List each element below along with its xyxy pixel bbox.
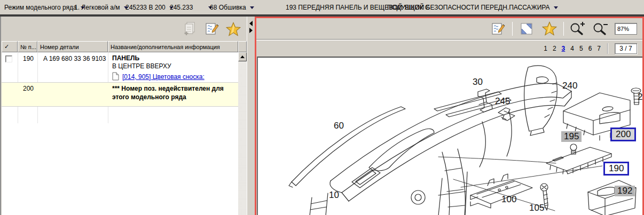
table-row[interactable]: 190 A 169 680 33 36 9103 ПАНЕЛЬ В ЦЕНТРЕ… <box>2 52 238 83</box>
pos-value: 190 <box>18 55 39 62</box>
col-header-pos[interactable]: № п... <box>18 41 37 52</box>
callout-30[interactable]: 30 <box>473 77 483 87</box>
callout-60[interactable]: 60 <box>334 121 344 131</box>
callout-20[interactable]: 20 <box>638 92 642 102</box>
zoom-out-icon[interactable] <box>592 21 610 37</box>
callout-190[interactable]: 190 <box>603 162 629 176</box>
page-number-5[interactable]: 5 <box>579 45 583 52</box>
parts-diagram-canvas[interactable]: 60 10 30 245 240 195 200 20 190 192 100 … <box>257 57 642 215</box>
menu-group[interactable]: 68 Обшивка <box>210 0 254 14</box>
callout-10[interactable]: 10 <box>329 190 339 201</box>
page-number-7[interactable]: 7 <box>597 45 601 52</box>
window-edge <box>0 17 1 215</box>
callout-240[interactable]: 240 <box>562 81 577 91</box>
parts-toolbar <box>1 17 247 41</box>
copy-parts-icon[interactable] <box>180 20 198 37</box>
menu-subgroup-part2[interactable]: ПОДУШКОЙ БЕЗОПАСНОСТИ ПЕРЕДН.ПАССАЖИРА <box>387 0 558 14</box>
document-icon <box>112 72 119 83</box>
page-number-6[interactable]: 6 <box>588 45 592 52</box>
favorites-star-icon[interactable] <box>225 21 242 38</box>
parts-table-body: 190 A 169 680 33 36 9103 ПАНЕЛЬ В ЦЕНТРЕ… <box>2 52 238 215</box>
zoom-level-input[interactable] <box>615 23 637 35</box>
page-number-4[interactable]: 4 <box>570 45 574 52</box>
chevron-down-icon <box>554 6 558 9</box>
callout-245[interactable]: 245 <box>495 96 510 107</box>
fit-to-page-icon[interactable] <box>517 21 536 37</box>
diagram-viewer-panel: 1 2 3 4 5 6 7 3 / 7 <box>255 17 644 215</box>
invalid-position-note: *** Номер поз. недействителен для этого … <box>112 84 239 101</box>
scroll-up-button[interactable] <box>238 52 247 61</box>
collapse-left-icon[interactable] <box>249 21 253 26</box>
parts-list-panel: ✓ № п... Номер детали Название/дополните… <box>0 17 247 215</box>
collapse-right-icon[interactable] <box>249 28 253 33</box>
arrow-up-icon <box>240 55 245 58</box>
page-indicator: 3 / 7 <box>615 43 637 54</box>
menu-series[interactable]: 245.233 <box>170 0 213 14</box>
callout-192[interactable]: 192 <box>615 186 635 196</box>
app-window: Режим модельного ряда 1. Легковой а/м 24… <box>0 0 644 215</box>
callout-195[interactable]: 195 <box>561 131 582 142</box>
part-name: ПАНЕЛЬ <box>112 54 139 62</box>
col-header-check[interactable]: ✓ <box>2 41 18 52</box>
favorites-star-icon[interactable] <box>540 21 559 37</box>
page-number-2[interactable]: 2 <box>553 45 556 52</box>
page-number-3[interactable]: 3 <box>562 45 566 52</box>
notes-edit-icon[interactable] <box>489 21 507 37</box>
part-number: A 169 680 33 36 9103 <box>43 55 106 62</box>
viewer-toolbar <box>256 18 642 39</box>
panel-splitter[interactable] <box>247 17 255 215</box>
color-footnote-link[interactable]: [014, 905] Цветовая сноска: <box>122 73 205 81</box>
parts-diagram-drawing <box>258 58 642 215</box>
col-header-filler <box>238 41 247 52</box>
menu-model[interactable]: 245233 В 200 <box>125 0 174 14</box>
callout-200[interactable]: 200 <box>610 128 636 141</box>
col-header-name[interactable]: Название/дополнительная информация <box>108 41 238 52</box>
part-description: В ЦЕНТРЕ ВВЕРХУ <box>112 62 171 70</box>
vertical-scrollbar[interactable] <box>238 61 247 215</box>
menu-mode[interactable]: Режим модельного ряда <box>4 0 85 14</box>
zoom-in-icon[interactable] <box>569 21 587 37</box>
page-navigation: 1 2 3 4 5 6 7 3 / 7 <box>256 40 642 56</box>
table-row[interactable]: 200 *** Номер поз. недействителен для эт… <box>2 83 238 107</box>
callout-105[interactable]: 105 <box>529 203 544 213</box>
callout-100[interactable]: 100 <box>501 194 516 205</box>
row-checkbox[interactable] <box>5 55 12 62</box>
chevron-down-icon <box>250 6 254 9</box>
col-header-number[interactable]: Номер детали <box>37 41 108 52</box>
page-number-1[interactable]: 1 <box>544 45 547 52</box>
notes-edit-icon[interactable] <box>203 20 221 37</box>
pos-value: 200 <box>18 85 39 92</box>
top-menu-bar: Режим модельного ряда 1. Легковой а/м 24… <box>0 0 644 14</box>
menu-vehicle-type[interactable]: 1. Легковой а/м <box>74 0 128 14</box>
